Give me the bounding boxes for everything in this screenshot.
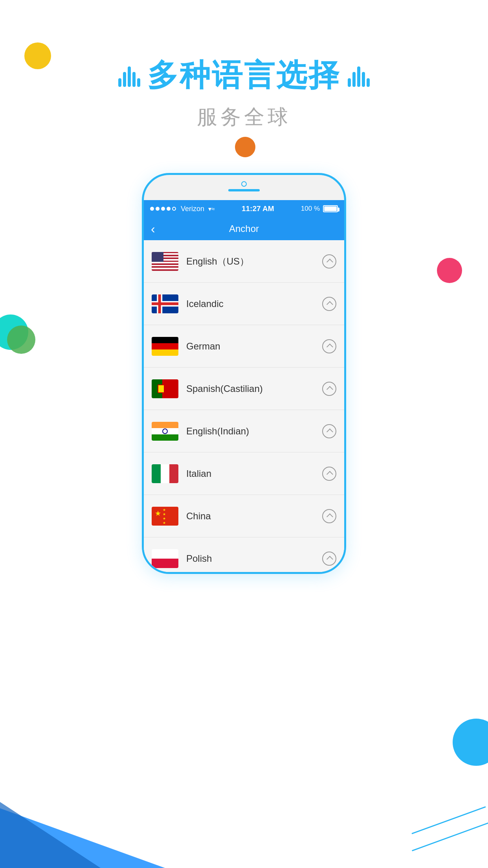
phone-outer: Verizon ▾≈ 11:27 AM 100 % ‹ Anchor <box>142 173 346 574</box>
phone-mockup: Verizon ▾≈ 11:27 AM 100 % ‹ Anchor <box>142 173 346 574</box>
language-name: Italian <box>186 468 314 479</box>
star-main: ★ <box>155 510 161 517</box>
list-item[interactable]: German <box>144 325 344 368</box>
list-item[interactable]: English（US） <box>144 240 344 283</box>
wave-right-icon <box>348 65 370 87</box>
signal-dot-3 <box>161 207 165 211</box>
chevron-up-icon[interactable] <box>322 382 336 396</box>
decoration-dot-orange <box>235 137 255 157</box>
list-item[interactable]: Icelandic <box>144 283 344 325</box>
language-name: Icelandic <box>186 298 314 309</box>
status-time: 11:27 AM <box>242 204 274 213</box>
decoration-blue-line-right <box>412 806 486 834</box>
title-row: 多种语言选择 <box>0 55 488 96</box>
flag-it <box>152 464 178 483</box>
decoration-blue-line-right2 <box>412 820 488 851</box>
decoration-dot-blue-right <box>453 719 488 766</box>
canton <box>152 252 163 262</box>
sub-title: 服务全球 <box>0 103 488 131</box>
list-item[interactable]: Italian <box>144 452 344 495</box>
language-name: Spanish(Castilian) <box>186 383 314 394</box>
signal-dot-5 <box>172 207 176 211</box>
battery-percent-label: 100 % <box>301 205 320 213</box>
decoration-dot-pink <box>437 258 462 283</box>
chevron-up-icon[interactable] <box>322 552 336 566</box>
signal-dot-1 <box>150 207 154 211</box>
signal-dot-2 <box>156 207 160 211</box>
list-item[interactable]: English(Indian) <box>144 410 344 452</box>
flag-in <box>152 422 178 441</box>
flag-cn: ★ ★ ★ ★ ★ <box>152 507 178 526</box>
language-name: Polish <box>186 553 314 564</box>
status-left: Verizon ▾≈ <box>150 205 215 213</box>
signal-dot-4 <box>167 207 171 211</box>
list-item[interactable]: Spanish(Castilian) <box>144 368 344 410</box>
chevron-up-icon[interactable] <box>322 297 336 311</box>
main-title: 多种语言选择 <box>147 55 341 96</box>
language-name: China <box>186 511 314 522</box>
language-name: English(Indian) <box>186 426 314 437</box>
flag-pl <box>152 549 178 568</box>
stars-small: ★ ★ ★ ★ <box>163 508 166 525</box>
flag-pt <box>152 379 178 398</box>
language-list[interactable]: English（US） Icelandic <box>144 240 344 572</box>
nav-title: Anchor <box>144 217 344 240</box>
wifi-icon: ▾≈ <box>208 205 215 213</box>
chevron-up-icon[interactable] <box>322 339 336 353</box>
language-name: German <box>186 341 314 352</box>
list-item[interactable]: ★ ★ ★ ★ ★ China <box>144 495 344 537</box>
status-bar: Verizon ▾≈ 11:27 AM 100 % <box>144 200 344 217</box>
chevron-up-icon[interactable] <box>322 254 336 268</box>
nav-bar: ‹ Anchor <box>144 217 344 240</box>
battery-fill <box>324 206 337 211</box>
carrier-label: Verizon <box>181 205 204 213</box>
flag-us <box>152 252 178 271</box>
phone-top-notch <box>228 181 260 191</box>
language-name: English（US） <box>186 255 314 268</box>
flag-de <box>152 337 178 356</box>
wave-left-icon <box>118 65 140 87</box>
header-section: 多种语言选择 服务全球 <box>0 55 488 131</box>
battery-icon <box>323 205 338 212</box>
phone-speaker <box>228 189 260 191</box>
list-item[interactable]: Polish <box>144 537 344 572</box>
phone-camera <box>241 181 247 187</box>
chevron-up-icon[interactable] <box>322 424 336 438</box>
chevron-up-icon[interactable] <box>322 509 336 523</box>
decoration-dot-green <box>7 326 35 354</box>
flag-is <box>152 294 178 313</box>
status-right: 100 % <box>301 205 338 213</box>
chevron-up-icon[interactable] <box>322 467 336 481</box>
